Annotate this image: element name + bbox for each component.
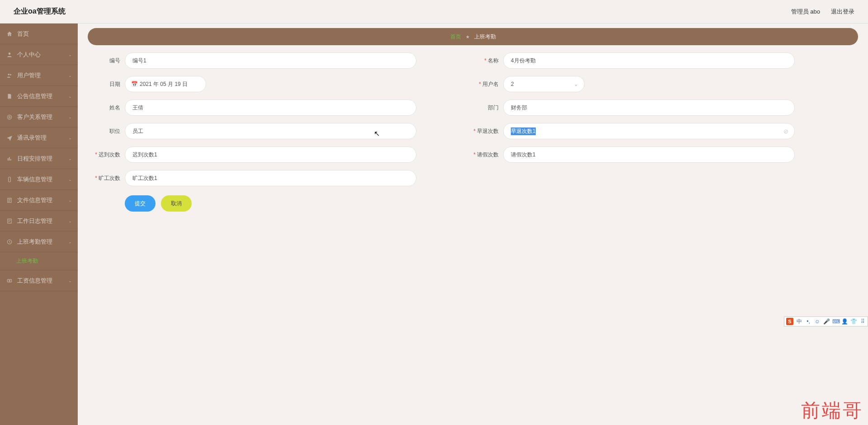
breadcrumb: 首页 ★ 上班考勤 <box>88 28 858 45</box>
ime-logo-icon: S <box>786 318 793 325</box>
money-icon <box>6 278 13 284</box>
sidebar-item-vehicle[interactable]: 车辆信息管理 <box>0 169 78 190</box>
sidebar-item-schedule[interactable]: 日程安排管理 <box>0 148 78 169</box>
chevron-down-icon <box>68 73 72 78</box>
sidebar-item-contacts[interactable]: 通讯录管理 <box>0 128 78 148</box>
doc-icon <box>6 197 13 203</box>
label-riqi: 日期 <box>88 80 120 88</box>
ime-person-icon[interactable]: 👤 <box>841 318 848 325</box>
input-qingjia[interactable] <box>503 146 795 163</box>
svg-point-3 <box>7 115 11 119</box>
sidebar-item-label: 用户管理 <box>17 71 41 80</box>
label-bumen: 部门 <box>466 104 499 112</box>
clear-icon[interactable]: ⊘ <box>783 128 788 135</box>
sidebar-subitem-label: 上班考勤 <box>16 257 38 265</box>
ime-keyboard-icon[interactable]: ⌨ <box>832 318 839 325</box>
label-qingjia: *请假次数 <box>466 151 499 159</box>
sidebar-item-label: 首页 <box>17 30 29 38</box>
sidebar-item-home[interactable]: 首页 <box>0 24 78 44</box>
breadcrumb-home[interactable]: 首页 <box>450 33 461 41</box>
ime-punct[interactable]: •, <box>805 318 811 325</box>
svg-rect-7 <box>10 159 11 161</box>
sidebar: 首页 个人中心 用户管理 公告信息管理 客户关系管理 通讯录管理 日程安排管理 … <box>0 24 78 425</box>
sidebar-item-label: 日程安排管理 <box>17 155 52 163</box>
label-chidao: *迟到次数 <box>88 151 120 159</box>
chevron-down-icon <box>68 52 72 57</box>
sidebar-item-label: 通讯录管理 <box>17 134 47 142</box>
ime-lang[interactable]: 中 <box>796 318 802 326</box>
sidebar-item-label: 工资信息管理 <box>17 277 52 285</box>
input-xingming[interactable] <box>125 99 416 116</box>
svg-rect-12 <box>7 279 11 282</box>
header: 企业oa管理系统 管理员 abo 退出登录 <box>0 0 868 24</box>
sidebar-submenu-attendance: 上班考勤 <box>0 252 78 270</box>
current-user[interactable]: 管理员 abo <box>791 8 820 16</box>
sidebar-subitem-attendance[interactable]: 上班考勤 <box>0 252 78 270</box>
sidebar-item-label: 客户关系管理 <box>17 113 52 121</box>
submit-button[interactable]: 提交 <box>125 195 156 212</box>
chevron-down-icon <box>68 94 72 99</box>
chevron-down-icon <box>68 156 72 161</box>
target-icon <box>6 114 13 120</box>
input-kuanggong[interactable] <box>125 170 416 186</box>
label-bianhao: 编号 <box>88 57 120 65</box>
sidebar-item-label: 工作日志管理 <box>17 217 52 225</box>
input-zhiwei[interactable] <box>125 123 416 139</box>
svg-rect-5 <box>8 158 9 160</box>
chevron-down-icon <box>68 219 72 223</box>
chevron-down-icon <box>68 279 72 283</box>
zaotui-selected-text: 早退次数1 <box>511 128 536 135</box>
svg-point-2 <box>10 74 11 75</box>
svg-rect-8 <box>9 177 11 182</box>
file-icon <box>6 93 13 99</box>
logout-link[interactable]: 退出登录 <box>831 8 854 16</box>
clock-icon <box>6 239 13 245</box>
ime-mic-icon[interactable]: 🎤 <box>823 318 830 325</box>
input-bumen[interactable] <box>503 99 795 116</box>
send-icon <box>6 135 13 141</box>
phone-icon <box>6 176 13 183</box>
input-zaotui[interactable]: 早退次数1 <box>503 123 795 139</box>
svg-rect-6 <box>9 157 10 161</box>
sidebar-item-salary[interactable]: 工资信息管理 <box>0 270 78 291</box>
cancel-button[interactable]: 取消 <box>161 195 192 212</box>
main: 首页 ★ 上班考勤 编号 *名称 日期 📅 *用户名 ⌄ <box>78 24 868 425</box>
svg-point-0 <box>9 52 11 55</box>
input-chidao[interactable] <box>125 146 416 163</box>
ime-skin-icon[interactable]: 👕 <box>850 318 857 325</box>
svg-point-1 <box>8 73 10 75</box>
input-bianhao[interactable] <box>125 52 416 69</box>
label-yonghuming: *用户名 <box>466 80 499 88</box>
sidebar-item-label: 上班考勤管理 <box>17 238 52 246</box>
chevron-down-icon <box>68 198 72 203</box>
brand-title: 企业oa管理系统 <box>14 7 66 16</box>
input-mingcheng[interactable] <box>503 52 795 69</box>
ime-toolbar[interactable]: S 中 •, ☺ 🎤 ⌨ 👤 👕 ⠿ <box>784 316 868 326</box>
bars-icon <box>6 156 13 162</box>
label-xingming: 姓名 <box>88 104 120 112</box>
header-right: 管理员 abo 退出登录 <box>791 8 854 16</box>
breadcrumb-separator-icon: ★ <box>466 34 470 39</box>
attendance-form: 编号 *名称 日期 📅 *用户名 ⌄ 姓名 部门 <box>88 52 858 212</box>
ime-grid-icon[interactable]: ⠿ <box>859 318 866 325</box>
ime-emoji-icon[interactable]: ☺ <box>814 318 821 325</box>
sidebar-item-announce[interactable]: 公告信息管理 <box>0 86 78 107</box>
chevron-down-icon <box>68 177 72 182</box>
watermark: 前端哥 <box>801 398 863 423</box>
sidebar-item-attendance[interactable]: 上班考勤管理 <box>0 231 78 252</box>
sidebar-item-worklog[interactable]: 工作日志管理 <box>0 211 78 231</box>
sidebar-item-crm[interactable]: 客户关系管理 <box>0 107 78 128</box>
sidebar-item-label: 文件信息管理 <box>17 196 52 204</box>
select-yonghuming[interactable] <box>503 76 585 92</box>
sidebar-item-label: 公告信息管理 <box>17 92 52 100</box>
chevron-up-icon <box>68 240 72 244</box>
input-riqi[interactable] <box>125 76 206 92</box>
sidebar-item-files[interactable]: 文件信息管理 <box>0 190 78 211</box>
sidebar-item-profile[interactable]: 个人中心 <box>0 44 78 65</box>
user-icon <box>6 52 13 58</box>
home-icon <box>6 31 13 37</box>
sidebar-item-users[interactable]: 用户管理 <box>0 65 78 86</box>
label-zaotui: *早退次数 <box>466 128 499 135</box>
users-icon <box>6 72 13 79</box>
chevron-down-icon <box>68 115 72 119</box>
